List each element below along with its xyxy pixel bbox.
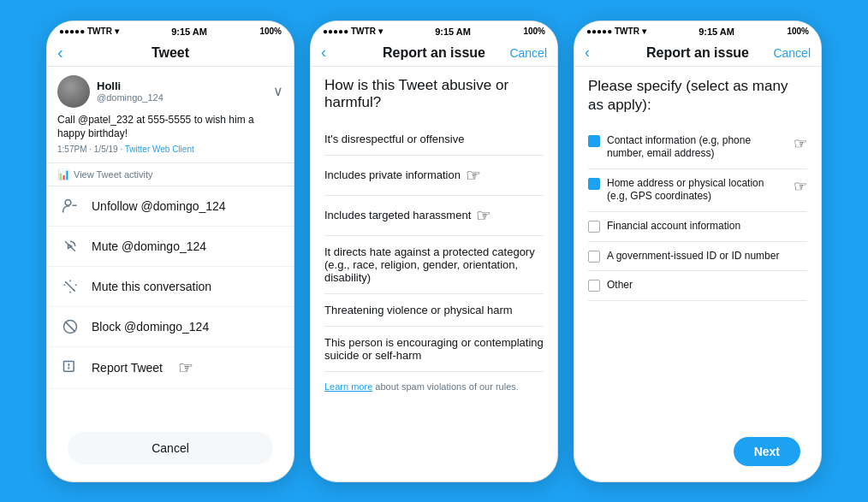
tweet-activity[interactable]: 📊 View Tweet activity — [47, 163, 294, 186]
battery-2: 100% — [523, 27, 545, 36]
tweet-area: Holli @domingo_124 ∨ Call @patel_232 at … — [47, 67, 294, 164]
phone-footer: Next — [574, 432, 821, 481]
checkbox-home-input[interactable] — [588, 178, 600, 190]
menu-label-mute: Mute @domingo_124 — [92, 239, 206, 253]
status-bar-3: ●●●●● TWTR ▾ 9:15 AM 100% — [574, 21, 821, 40]
nav-bar-1: ‹ Tweet — [47, 40, 294, 67]
cursor-icon-4: ☞ — [794, 134, 807, 154]
checkbox-financial-label: Financial account information — [607, 220, 740, 233]
tweet-meta: 1:57PM · 1/5/19 · Twitter Web Client — [57, 145, 283, 154]
menu-item-mute[interactable]: Mute @domingo_124 — [47, 227, 294, 267]
cursor-icon-2: ☞ — [466, 165, 481, 186]
checkbox-government[interactable]: A government-issued ID or ID number — [588, 242, 807, 272]
learn-more-link[interactable]: Learn more — [324, 381, 372, 392]
checkbox-government-label: A government-issued ID or ID number — [607, 250, 779, 263]
report-question: How is this Tweet abusive or harmful? — [324, 77, 544, 111]
unfollow-icon — [61, 197, 80, 216]
svg-line-3 — [65, 322, 75, 332]
mute-convo-icon — [61, 277, 80, 296]
menu-label-block: Block @domingo_124 — [92, 320, 209, 334]
tweet-text: Call @patel_232 at 555-5555 to wish him … — [57, 113, 283, 142]
cancel-nav-2[interactable]: Cancel — [509, 46, 547, 60]
report-note: Learn more about spam violations of our … — [324, 381, 544, 393]
cancel-nav-3[interactable]: Cancel — [773, 46, 811, 60]
next-button[interactable]: Next — [734, 437, 800, 466]
carrier-signal-2: ●●●●● TWTR ▾ — [323, 27, 383, 36]
carrier-signal: ●●●●● TWTR ▾ — [59, 27, 119, 36]
cancel-button-1[interactable]: Cancel — [68, 432, 273, 464]
nav-title-2: Report an issue — [383, 45, 485, 61]
menu-item-block[interactable]: Block @domingo_124 — [47, 307, 294, 347]
menu-label-mute-convo: Mute this conversation — [92, 280, 211, 293]
menu-list: Unfollow @domingo_124 Mute @domingo_124 … — [47, 186, 294, 426]
cancel-area: Cancel — [47, 427, 294, 481]
menu-label-report: Report Tweet — [92, 361, 163, 375]
more-icon[interactable]: ∨ — [273, 83, 283, 99]
time-3: 9:15 AM — [699, 27, 734, 37]
menu-item-unfollow[interactable]: Unfollow @domingo_124 — [47, 186, 294, 227]
checkbox-other-input[interactable] — [588, 280, 600, 292]
svg-point-6 — [68, 368, 69, 369]
checkbox-financial[interactable]: Financial account information — [588, 212, 807, 242]
phone-1: ●●●●● TWTR ▾ 9:15 AM 100% ‹ Tweet Holli … — [46, 21, 294, 482]
nav-bar-3: ‹ Report an issue Cancel — [574, 40, 821, 67]
cursor-icon-3: ☞ — [476, 205, 491, 226]
battery-3: 100% — [787, 27, 809, 36]
back-button-3[interactable]: ‹ — [585, 44, 590, 62]
client-link[interactable]: Twitter Web Client — [125, 145, 194, 154]
nav-title-1: Tweet — [152, 45, 189, 61]
checkbox-contact[interactable]: Contact information (e.g, phone number, … — [588, 127, 807, 169]
menu-item-report[interactable]: Report Tweet ☞ — [47, 347, 294, 389]
option-disrespectful[interactable]: It's disrespectful or offensive — [324, 123, 544, 156]
mute-icon — [61, 237, 80, 256]
phone-2: ●●●●● TWTR ▾ 9:15 AM 100% ‹ Report an is… — [310, 21, 558, 482]
user-name: Holli — [97, 80, 163, 92]
menu-item-mute-convo[interactable]: Mute this conversation — [47, 267, 294, 307]
user-handle: @domingo_124 — [97, 92, 163, 103]
carrier-signal-3: ●●●●● TWTR ▾ — [586, 27, 646, 36]
block-icon — [61, 317, 80, 336]
phone-3: ●●●●● TWTR ▾ 9:15 AM 100% ‹ Report an is… — [574, 21, 822, 482]
report-icon — [61, 358, 80, 377]
status-bar-1: ●●●●● TWTR ▾ 9:15 AM 100% — [47, 21, 294, 40]
cursor-icon-1: ☞ — [178, 357, 193, 378]
svg-point-0 — [65, 200, 71, 206]
cursor-icon-5: ☞ — [794, 177, 807, 197]
user-info: Holli @domingo_124 — [97, 80, 163, 103]
checkbox-financial-input[interactable] — [588, 221, 600, 233]
checkbox-contact-label: Contact information (e.g, phone number, … — [607, 134, 785, 161]
option-harassment[interactable]: Includes targeted harassment ☞ — [324, 196, 544, 236]
back-button-1[interactable]: ‹ — [57, 43, 63, 62]
nav-bar-2: ‹ Report an issue Cancel — [311, 40, 557, 67]
option-private[interactable]: Includes private information ☞ — [324, 156, 544, 196]
back-button-2[interactable]: ‹ — [321, 44, 326, 62]
checkbox-government-input[interactable] — [588, 251, 600, 263]
report-content: How is this Tweet abusive or harmful? It… — [311, 67, 557, 481]
checkbox-home[interactable]: Home address or physical location (e.g, … — [588, 169, 807, 212]
status-bar-2: ●●●●● TWTR ▾ 9:15 AM 100% — [311, 21, 557, 40]
option-hate[interactable]: It directs hate against a protected cate… — [324, 236, 544, 294]
checkbox-home-label: Home address or physical location (e.g, … — [607, 177, 785, 204]
time-2: 9:15 AM — [435, 27, 471, 37]
specify-content: Please specify (select as many as apply)… — [574, 67, 821, 432]
checkbox-other-label: Other — [607, 279, 633, 292]
option-violence[interactable]: Threatening violence or physical harm — [324, 294, 544, 327]
time-1: 9:15 AM — [171, 27, 207, 37]
checkbox-contact-input[interactable] — [588, 135, 600, 147]
checkbox-other[interactable]: Other — [588, 271, 807, 301]
nav-title-3: Report an issue — [646, 45, 749, 61]
option-suicide[interactable]: This person is encouraging or contemplat… — [324, 327, 544, 372]
battery-1: 100% — [259, 27, 282, 36]
specify-title: Please specify (select as many as apply)… — [588, 77, 807, 115]
avatar — [57, 75, 90, 108]
menu-label-unfollow: Unfollow @domingo_124 — [92, 199, 226, 213]
